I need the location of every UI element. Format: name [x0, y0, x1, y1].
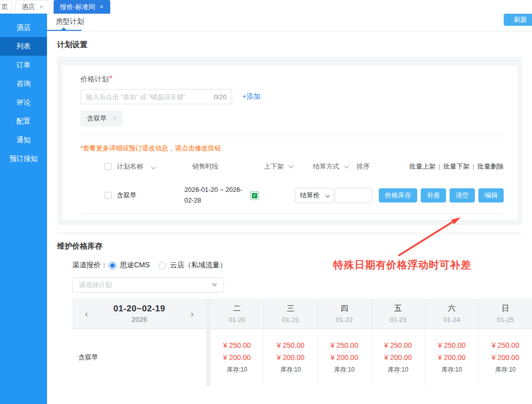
plan-tag-label: 含双早 [87, 114, 107, 123]
calendar-plan-row-label: 含双早 [72, 329, 206, 386]
row-action-buttons: 价格库存 补差 清空 编辑 [379, 188, 504, 203]
calendar-left-column: ‹ 01-20~02-19 2026 › 含双早 [72, 299, 206, 386]
calendar-day-header[interactable]: 三 01-21 [263, 299, 317, 329]
sidebar: 酒店 列表 订单 咨询 评论 配置 通知 预订须知 [0, 14, 47, 404]
calendar-day-cell[interactable]: ¥ 250.00 ¥ 200.00 库存:10 [263, 329, 317, 386]
calendar-day-header[interactable]: 二 01-20 [210, 299, 263, 329]
calendar-day-column: 六 01-24 ¥ 250.00 ¥ 200.00 库存:10 [425, 299, 478, 386]
on-shelf-check-icon[interactable]: ✓ [250, 191, 259, 200]
active-tab-indicator [47, 30, 81, 31]
calendar-day-header[interactable]: 六 01-24 [425, 299, 478, 329]
header-plan-name: 计划名称 [105, 162, 192, 171]
chevron-down-icon[interactable] [344, 164, 349, 169]
calendar-day-column: 五 01-23 ¥ 250.00 ¥ 200.00 库存:10 [371, 299, 425, 386]
close-icon[interactable]: × [100, 3, 104, 11]
plan-settings-section: 计划设置 价格计划* 0/20 +添加 含双早 × [47, 31, 532, 233]
separator: | [473, 163, 474, 170]
sidebar-item-orders[interactable]: 订单 [0, 56, 47, 74]
tab-room-plan[interactable]: 房型计划 [56, 14, 84, 26]
radio-situ-cms[interactable] [109, 262, 116, 269]
caret-down-icon [211, 284, 217, 287]
sidebar-item-reviews[interactable]: 评论 [0, 93, 47, 112]
sidebar-item-config[interactable]: 配置 [0, 112, 47, 131]
sidebar-item-hotel[interactable]: 酒店 [0, 18, 47, 37]
section-title-inventory: 维护价格库存 [57, 241, 532, 251]
radio-cloud-store-label: 云店（私域流量） [170, 261, 227, 270]
header-sale-period: 销售时段 [192, 161, 264, 172]
add-plan-link[interactable]: +添加 [242, 92, 260, 101]
close-icon[interactable]: × [39, 3, 43, 11]
sale-price: ¥ 200.00 [492, 353, 519, 361]
sale-price: ¥ 200.00 [223, 353, 251, 361]
refresh-button[interactable]: 刷新 [504, 14, 532, 26]
prev-range-icon[interactable]: ‹ [85, 309, 88, 318]
batch-actions: 批量上架|批量下架|批量删除 [405, 162, 504, 171]
sidebar-item-booking-notes[interactable]: 预订须知 [0, 149, 47, 168]
stock-count: 库存:10 [441, 366, 462, 374]
plan-select-dropdown[interactable]: 请选择计划 [72, 277, 224, 293]
row-checkbox[interactable] [105, 192, 112, 199]
batch-off-button[interactable]: 批量下架 [444, 163, 470, 170]
plan-table-header: 计划名称 销售时段 上下架 结算方式 排序 批量上架|批量下架|批量删除 [80, 156, 504, 177]
calendar-day-column: 日 01-25 ¥ 250.00 ¥ 200.00 库存:10 [478, 299, 532, 386]
calendar-day-cell[interactable]: ¥ 250.00 ¥ 200.00 库存:10 [317, 329, 371, 386]
calendar-day-cell[interactable]: ¥ 250.00 ¥ 200.00 库存:10 [371, 329, 425, 386]
tab-quote-standard-room[interactable]: 报价-标准间 × [54, 0, 110, 14]
separator: | [438, 163, 440, 170]
calendar-day-cell[interactable]: ¥ 250.00 ¥ 200.00 库存:10 [210, 329, 263, 386]
header-sort: 排序 [357, 162, 405, 171]
calendar-day-header[interactable]: 五 01-23 [371, 299, 425, 329]
tab-hotel[interactable]: 酒店 × [15, 0, 50, 14]
calendar-day-column: 四 01-22 ¥ 250.00 ¥ 200.00 库存:10 [317, 299, 371, 386]
sale-price: ¥ 200.00 [438, 353, 466, 361]
sort-input[interactable] [335, 188, 372, 203]
header-on-off: 上下架 [264, 162, 313, 171]
sale-price: ¥ 200.00 [384, 353, 412, 361]
channel-label: 渠道报价： [72, 261, 108, 270]
supplement-button[interactable]: 补差 [421, 188, 446, 203]
chevron-down-icon [326, 193, 330, 197]
tab-label: 报价-标准间 [60, 3, 95, 12]
plan-name-input[interactable] [86, 93, 211, 101]
plan-name-input-box[interactable]: 0/20 [80, 89, 232, 104]
sidebar-item-list[interactable]: 列表 [0, 37, 47, 56]
calendar-day-column: 三 01-21 ¥ 250.00 ¥ 200.00 库存:10 [263, 299, 317, 386]
calendar-range-year: 2026 [113, 315, 165, 324]
settle-type-select[interactable]: 结算价 [295, 188, 334, 203]
tag-close-icon[interactable]: × [113, 115, 116, 122]
chevron-down-icon[interactable] [288, 164, 293, 169]
sidebar-item-consult[interactable]: 咨询 [0, 74, 47, 93]
radio-cloud-store[interactable] [159, 262, 166, 269]
inventory-section: 维护价格库存 渠道报价： 思途CMS 云店（私域流量） 请选择计划 ‹ 01-2… [47, 233, 532, 386]
price-plan-input-row: 0/20 +添加 [80, 89, 504, 104]
settle-price: ¥ 250.00 [223, 341, 251, 349]
calendar-day-header[interactable]: 日 01-25 [478, 299, 532, 329]
tab-label: 页 [2, 3, 8, 12]
next-range-icon[interactable]: › [191, 309, 194, 318]
row-sort-wrap [335, 188, 379, 203]
calendar-day-cell[interactable]: ¥ 250.00 ¥ 200.00 库存:10 [478, 329, 532, 386]
row-plan-name: 含双早 [105, 191, 184, 200]
calendar-day-cell[interactable]: ¥ 250.00 ¥ 200.00 库存:10 [425, 329, 478, 386]
sale-price: ¥ 200.00 [277, 353, 305, 361]
char-counter: 0/20 [214, 93, 227, 101]
batch-delete-button[interactable]: 批量删除 [477, 163, 504, 170]
batch-on-button[interactable]: 批量上架 [409, 163, 435, 170]
price-stock-button[interactable]: 价格库存 [379, 188, 417, 203]
required-asterisk: * [109, 74, 112, 83]
calendar-day-header[interactable]: 四 01-22 [317, 299, 371, 329]
clear-button[interactable]: 清空 [450, 188, 475, 203]
edit-button[interactable]: 编辑 [478, 188, 504, 203]
calendar-gutter [206, 299, 210, 386]
annotation-text: 特殊日期有价格浮动时可补差 [333, 258, 471, 272]
tab-home-cut[interactable]: 页 [0, 0, 12, 14]
header-settle-type: 结算方式 [313, 162, 357, 171]
chevron-down-icon[interactable] [151, 164, 156, 169]
stock-count: 库存:10 [280, 366, 301, 374]
sidebar-item-notify[interactable]: 通知 [0, 131, 47, 149]
select-all-checkbox[interactable] [105, 163, 112, 170]
settle-price: ¥ 250.00 [492, 341, 519, 349]
plan-table-row: 含双早 2026-01-20 ~ 2026-02-28 ✓ 结算价 [80, 177, 504, 214]
row-on-off: ✓ [250, 191, 295, 200]
plan-tag: 含双早 × [80, 110, 123, 127]
